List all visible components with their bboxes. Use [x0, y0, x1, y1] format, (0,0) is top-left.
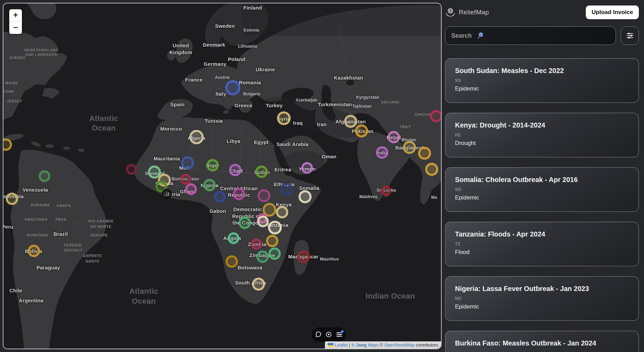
event-marker-china-edge[interactable] [430, 110, 442, 122]
search-filter-button[interactable] [621, 26, 639, 45]
event-marker-dr-congo[interactable] [239, 217, 251, 229]
comment-bubble-button[interactable] [315, 331, 322, 338]
event-card-3[interactable]: Tanzania: Floods - Apr 2024 TZ Flood [445, 222, 639, 266]
event-marker-cameroon[interactable] [214, 191, 226, 203]
event-marker-burundi[interactable] [257, 216, 269, 227]
layers-filter-button[interactable] [336, 331, 343, 338]
event-marker-colombia[interactable] [6, 193, 18, 205]
chat-bubble-icon [315, 331, 322, 338]
brand: ReliefMap [445, 7, 489, 18]
event-marker-afghanistan[interactable] [344, 115, 357, 128]
event-marker-sudan[interactable] [255, 166, 268, 178]
map-attribution: Leaflet | © JawgMaps © OpenStreetMap con… [325, 341, 441, 349]
event-marker-syria[interactable] [277, 111, 291, 125]
event-marker-chad[interactable] [229, 164, 241, 176]
event-card-country-code: SO [455, 187, 629, 192]
event-marker-mozambique[interactable] [268, 247, 281, 260]
copyright-symbol: © [380, 343, 383, 348]
event-card-category: Epidemic [455, 194, 629, 201]
event-marker-trinidad[interactable] [39, 170, 50, 182]
event-marker-central-african-republic[interactable] [233, 188, 245, 200]
event-card-country-code: TZ [455, 242, 629, 246]
map-toolbar-pill [312, 327, 346, 342]
visibility-toggle-button[interactable] [325, 331, 332, 338]
event-marker-se-asia-edge[interactable] [425, 163, 438, 176]
notification-dot [341, 330, 344, 333]
event-marker-niger[interactable] [206, 159, 219, 171]
event-marker-bolivia[interactable] [28, 245, 40, 257]
event-card-category: Epidemic [455, 303, 629, 310]
contributors-text: contributors [416, 343, 438, 348]
event-card-title: Somalia: Cholera Outbreak - Apr 2016 [455, 176, 629, 184]
event-marker-sri-lanka[interactable] [381, 186, 391, 196]
event-card-country-code: SS [455, 78, 629, 83]
event-card-title: Burkina Faso: Measles Outbreak - Jan 202… [455, 339, 629, 347]
event-marker-tanzania[interactable] [268, 221, 282, 234]
jawg-maps-link[interactable]: Maps [368, 343, 379, 348]
event-marker-somalia[interactable] [299, 190, 312, 203]
event-marker-atlantic-west[interactable] [126, 164, 137, 175]
event-marker-yemen[interactable] [301, 162, 313, 174]
event-marker-namibia[interactable] [226, 255, 238, 268]
event-card-title: Tanzania: Floods - Apr 2024 [455, 230, 629, 238]
event-marker-zambia[interactable] [251, 239, 262, 250]
event-marker-angola[interactable] [228, 232, 239, 244]
filter-sliders-icon [626, 32, 634, 40]
event-marker-pakistan[interactable] [355, 124, 368, 137]
event-marker-ethiopia[interactable] [280, 183, 293, 195]
event-card-0[interactable]: South Sudan: Measles - Dec 2022 SS Epide… [445, 58, 639, 103]
event-card-title: Kenya: Drought - 2014-2024 [455, 121, 629, 129]
search-magnifier-icon [477, 32, 484, 39]
event-marker-nigeria[interactable] [203, 179, 216, 191]
event-card-country-code: NG [455, 296, 629, 301]
openstreetmap-link[interactable]: OpenStreetMap [384, 343, 414, 348]
event-marker-myanmar[interactable] [418, 147, 431, 160]
event-marker-liberia[interactable] [162, 189, 172, 199]
event-marker-burkina-faso[interactable] [180, 174, 191, 185]
zoom-in-button[interactable]: + [9, 9, 22, 22]
event-card-title: South Sudan: Measles - Dec 2022 [455, 67, 629, 75]
sidebar-header: ReliefMap Upload Invoice [445, 5, 639, 20]
event-marker-madagascar[interactable] [298, 251, 310, 263]
hands-globe-logo-icon [445, 7, 456, 18]
zoom-out-button[interactable]: − [9, 22, 22, 34]
event-card-category: Epidemic [455, 85, 629, 92]
map-panel: FinlandSwedenEstoniaUnitedKingdomDenmark… [3, 3, 442, 349]
leaflet-link[interactable]: Leaflet [335, 343, 348, 348]
app-title: ReliefMap [459, 9, 489, 16]
event-marker-south-sudan[interactable] [257, 189, 270, 202]
event-marker-algeria[interactable] [189, 130, 204, 144]
event-card-title: Nigeria: Lassa Fever Outbreak - Jan 2023 [455, 285, 629, 293]
map-zoom-control: + − [9, 9, 22, 34]
upload-invoice-button[interactable]: Upload Invoice [586, 5, 639, 19]
jawg-link[interactable]: © Jawg [352, 343, 367, 348]
event-marker-ghana[interactable] [185, 183, 197, 195]
event-marker-south-africa[interactable] [252, 278, 265, 291]
search-row [445, 26, 639, 45]
event-marker-bangladesh[interactable] [403, 141, 416, 154]
attribution-separator: | [349, 343, 350, 348]
event-card-1[interactable]: Kenya: Drought - 2014-2024 KE Drought [445, 113, 639, 157]
event-card-category: Flood [455, 249, 629, 256]
event-marker-mali[interactable] [181, 156, 194, 169]
event-card-list: South Sudan: Measles - Dec 2022 SS Epide… [445, 58, 639, 352]
event-marker-zimbabwe[interactable] [256, 251, 269, 263]
event-card-country-code: KE [455, 133, 629, 137]
sidebar: ReliefMap Upload Invoice South [445, 0, 639, 352]
ukraine-flag-icon [328, 343, 333, 347]
search-field-wrapper [445, 26, 616, 45]
event-marker-bosnia[interactable] [225, 80, 240, 95]
world-map-canvas[interactable] [3, 3, 441, 349]
event-marker-india[interactable] [376, 146, 388, 159]
event-card-2[interactable]: Somalia: Cholera Outbreak - Apr 2016 SO … [445, 167, 639, 212]
event-card-4[interactable]: Nigeria: Lassa Fever Outbreak - Jan 2023… [445, 276, 639, 321]
event-marker-nepal[interactable] [388, 131, 400, 143]
event-marker-malawi[interactable] [266, 235, 278, 247]
eye-icon [325, 331, 332, 338]
search-input[interactable] [445, 26, 616, 45]
event-marker-kenya[interactable] [276, 206, 288, 218]
event-card-5[interactable]: Burkina Faso: Measles Outbreak - Jan 202… [445, 331, 639, 352]
event-card-category: Drought [455, 140, 629, 147]
